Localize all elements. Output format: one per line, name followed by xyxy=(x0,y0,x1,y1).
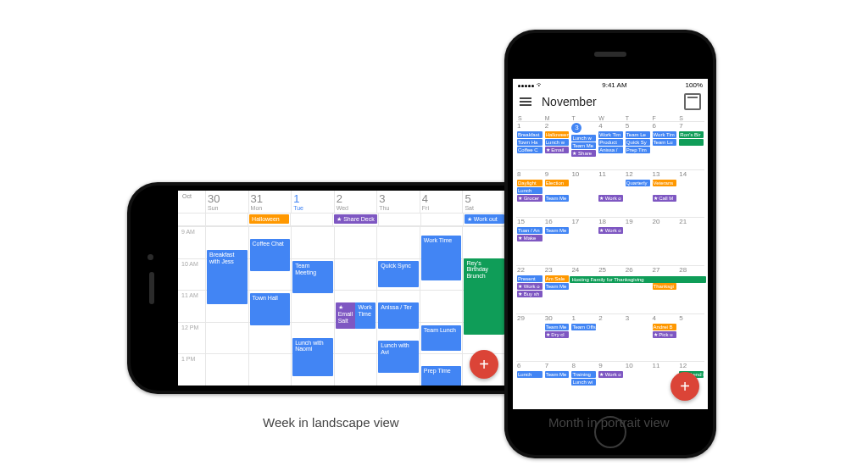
calendar-event[interactable]: Town Hall xyxy=(250,293,291,325)
calendar-event[interactable]: Breakfast with Jess xyxy=(207,250,248,304)
month-event-chip[interactable]: Lunch xyxy=(517,187,542,194)
month-day-cell[interactable]: 21 xyxy=(677,218,704,265)
month-day-cell[interactable]: 18★ Work o xyxy=(597,218,624,265)
month-day-cell[interactable]: 9ElectionTeam Me xyxy=(543,170,570,218)
month-day-cell[interactable]: 24 xyxy=(570,266,597,313)
day-header[interactable]: 2Wed xyxy=(334,191,377,213)
month-day-cell[interactable]: 8TrainingLunch wi xyxy=(570,362,597,409)
month-span-event[interactable]: Hosting Family for Thanksgiving xyxy=(570,276,705,283)
calendar-event[interactable]: Team Meeting xyxy=(292,261,333,293)
month-day-cell[interactable]: 13Veterans★ Call M xyxy=(651,170,678,218)
month-event-chip[interactable]: Lunch wi xyxy=(571,379,596,386)
month-event-chip[interactable]: Team Me xyxy=(545,371,570,378)
month-event-chip[interactable]: Product xyxy=(598,139,623,146)
month-day-cell[interactable]: 11★ Work o xyxy=(597,170,624,218)
month-day-cell[interactable]: 27Thanksgi xyxy=(651,266,678,313)
allday-event[interactable]: ★ Work out xyxy=(465,214,504,224)
month-day-cell[interactable]: 30Team Me★ Dry cl xyxy=(543,314,570,362)
month-event-chip[interactable]: Tuan / An xyxy=(517,227,542,234)
month-event-chip[interactable]: ★ Work o xyxy=(598,371,623,378)
month-event-chip[interactable]: Quick Sy xyxy=(626,139,650,146)
month-day-cell[interactable]: 6Lunch xyxy=(516,362,543,409)
month-event-chip[interactable]: Quarterly xyxy=(626,180,650,186)
month-event-chip[interactable]: Thanksgi xyxy=(653,283,677,290)
day-header[interactable]: 3Thu xyxy=(376,191,420,213)
month-event-chip[interactable]: Lunch xyxy=(517,371,542,378)
month-day-cell[interactable]: 10 xyxy=(570,170,597,218)
month-event-chip[interactable]: Lunch w xyxy=(545,139,570,146)
month-day-cell[interactable]: 29 xyxy=(516,314,543,362)
month-event-chip[interactable]: Am Sale xyxy=(545,275,570,282)
day-header[interactable]: 4Fri xyxy=(420,191,463,213)
month-day-cell[interactable]: 9★ Work o xyxy=(597,362,624,409)
calendar-event[interactable]: Work Time xyxy=(355,302,376,328)
month-day-cell[interactable]: 19 xyxy=(624,218,651,265)
month-event-chip[interactable]: Present xyxy=(517,275,542,282)
month-day-cell[interactable]: 3Lunch wTeam Me★ Share xyxy=(570,122,597,169)
month-day-cell[interactable]: 8DaylightLunch★ Grocer xyxy=(516,170,543,218)
month-event-chip[interactable]: Team Me xyxy=(571,142,596,149)
month-day-cell[interactable]: 15Tuan / An★ Make xyxy=(516,218,543,265)
month-event-chip[interactable]: Work Tim xyxy=(598,131,623,138)
calendar-event[interactable]: Work Time xyxy=(421,236,462,280)
month-event-chip[interactable]: Halloween xyxy=(545,131,570,138)
month-day-cell[interactable]: 6Work TimTeam Lu xyxy=(651,122,678,169)
month-day-cell[interactable]: 2HalloweenLunch w★ Email xyxy=(543,122,570,169)
month-day-cell[interactable]: 10 xyxy=(624,362,651,409)
month-grid[interactable]: 1BreakfastTown HaCoffee C2HalloweenLunch… xyxy=(513,121,708,409)
month-event-chip[interactable]: Veterans xyxy=(653,180,677,186)
month-event-chip[interactable]: ★ Call M xyxy=(653,195,677,202)
month-day-cell[interactable]: 7Team Me xyxy=(543,362,570,409)
month-day-cell[interactable]: 25 xyxy=(597,266,624,313)
month-day-cell[interactable]: 23Am SaleTeam Me xyxy=(543,266,570,313)
day-header[interactable]: 30Sun xyxy=(205,191,248,213)
calendar-event[interactable]: Quick Sync xyxy=(378,261,419,286)
month-event-chip[interactable]: ★ Email xyxy=(545,147,570,153)
month-event-chip[interactable]: ★ Work o xyxy=(517,283,542,290)
month-event-chip[interactable]: Daylight xyxy=(517,180,542,186)
month-event-chip[interactable]: ★ Dry cl xyxy=(545,331,570,338)
week-view[interactable]: Oct 30Sun31Mon1Tue2Wed3Thu4Fri5Sat Hallo… xyxy=(178,191,505,386)
month-day-cell[interactable]: 14 xyxy=(677,170,704,218)
create-event-fab[interactable]: + xyxy=(470,350,498,379)
month-event-chip[interactable]: Breakfast xyxy=(517,131,542,138)
month-day-cell[interactable]: 3 xyxy=(624,314,651,362)
month-day-cell[interactable]: 12Quarterly xyxy=(624,170,651,218)
month-day-cell[interactable]: 16Team Me xyxy=(543,218,570,265)
calendar-event[interactable]: Lunch with Avi xyxy=(378,341,419,373)
month-day-cell[interactable]: 4Andrei B★ Pick u xyxy=(651,314,678,362)
month-day-cell[interactable]: 28 xyxy=(677,266,704,313)
calendar-event[interactable]: ★ Email Salt xyxy=(336,302,356,328)
month-event-chip[interactable]: Prep Tim xyxy=(626,147,650,153)
month-day-cell[interactable]: 7Ron's Bir xyxy=(677,122,704,169)
month-day-cell[interactable]: 17 xyxy=(570,218,597,265)
month-day-cell[interactable]: 1Team Offsite xyxy=(570,314,597,362)
month-day-cell[interactable]: 20 xyxy=(651,218,678,265)
day-header[interactable]: 5Sat xyxy=(462,191,505,213)
calendar-icon[interactable] xyxy=(684,93,701,110)
calendar-event[interactable]: Prep Time xyxy=(421,366,462,386)
calendar-event[interactable]: Team Lunch xyxy=(421,325,462,351)
month-event-chip[interactable]: Team Le xyxy=(626,131,650,138)
create-event-fab[interactable]: + xyxy=(670,372,699,401)
month-event-chip[interactable]: ★ Buy sh xyxy=(517,291,542,297)
month-event-chip[interactable]: ★ Make xyxy=(517,235,542,241)
day-header[interactable]: 31Mon xyxy=(248,191,292,213)
month-event-chip[interactable]: ★ Work o xyxy=(598,195,623,202)
calendar-event[interactable]: Rey's Birthday Brunch xyxy=(464,258,504,335)
month-event-chip[interactable]: Team Me xyxy=(545,195,570,202)
calendar-event[interactable]: Anissa / Ter xyxy=(378,302,419,328)
month-event-chip[interactable]: Team Me xyxy=(545,324,570,330)
month-day-cell[interactable]: 26 xyxy=(624,266,651,313)
calendar-event[interactable]: Coffee Chat xyxy=(250,239,291,271)
month-event-chip[interactable]: Team Lu xyxy=(653,139,677,146)
day-header[interactable]: 1Tue xyxy=(291,191,334,213)
month-event-chip[interactable]: ★ Work o xyxy=(598,227,623,234)
month-event-chip[interactable]: Town Ha xyxy=(517,139,542,146)
page-title[interactable]: November xyxy=(531,95,684,108)
month-event-chip[interactable]: ★ Pick u xyxy=(653,331,677,338)
month-event-chip[interactable]: Election xyxy=(545,180,570,186)
month-event-chip[interactable]: Lunch w xyxy=(571,135,596,141)
month-day-cell[interactable]: 2 xyxy=(597,314,624,362)
month-event-chip[interactable]: Training xyxy=(571,371,596,378)
